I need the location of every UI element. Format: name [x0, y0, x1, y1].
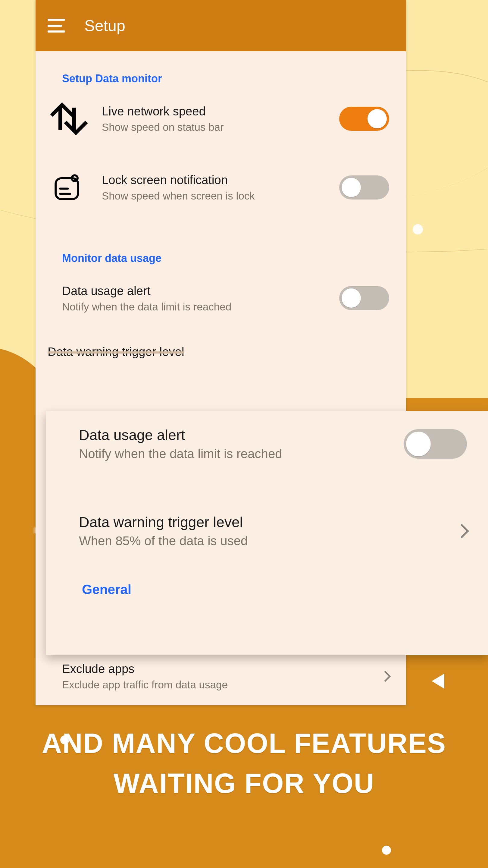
dot-decor: [382, 846, 391, 855]
row-subtitle: Show speed on status bar: [102, 121, 324, 134]
promo-headline: And many cool features waiting for you: [0, 723, 488, 804]
row-subtitle: Exclude app traffic from data usage: [62, 678, 366, 691]
updown-arrows-icon: [54, 107, 80, 130]
row-lock-screen-notification[interactable]: Lock screen notification Show speed when…: [36, 162, 406, 213]
lock-screen-card-icon: [53, 173, 82, 202]
row-live-network-speed[interactable]: Live network speed Show speed on status …: [36, 93, 406, 144]
row-exclude-apps[interactable]: Exclude apps Exclude app traffic from da…: [36, 651, 406, 702]
toggle-data-usage-alert-front[interactable]: [404, 429, 467, 459]
toggle-lock-screen-notification[interactable]: [339, 176, 389, 199]
row-title: Data warning trigger level: [79, 513, 442, 531]
chevron-right-icon: [380, 671, 391, 682]
row-subtitle: Show speed when screen is lock: [102, 189, 324, 203]
row-title: Data usage alert: [79, 426, 389, 444]
row-title: Exclude apps: [62, 661, 366, 676]
row-subtitle: Notify when the data limit is reached: [62, 300, 324, 313]
menu-icon[interactable]: [47, 19, 65, 33]
row-data-usage-alert-front[interactable]: Data usage alert Notify when the data li…: [46, 411, 488, 477]
row-data-usage-alert[interactable]: Data usage alert Notify when the data li…: [36, 273, 406, 324]
row-subtitle: When 85% of the data is used: [79, 533, 442, 549]
settings-screen-front: Data usage alert Notify when the data li…: [46, 411, 488, 655]
row-data-warning-trigger-level[interactable]: Data warning trigger level When 85% of t…: [46, 498, 488, 564]
toggle-live-network-speed[interactable]: [339, 107, 389, 131]
chevron-right-icon: [455, 524, 469, 538]
section-general: General: [46, 564, 488, 597]
row-title: Live network speed: [102, 104, 324, 119]
row-title: Data usage alert: [62, 283, 324, 299]
row-title: Lock screen notification: [102, 173, 324, 187]
section-monitor-data-usage: Monitor data usage: [36, 213, 406, 273]
app-bar: Setup: [36, 0, 406, 51]
page-title: Setup: [84, 17, 125, 35]
row-subtitle: Notify when the data limit is reached: [79, 446, 389, 462]
row-title-obscured: Data warning trigger level: [47, 345, 389, 359]
row-data-warning-trigger-obscured: Data warning trigger level: [36, 323, 406, 359]
dot-decor: [413, 224, 423, 235]
toggle-data-usage-alert[interactable]: [339, 286, 389, 310]
section-setup-data-monitor: Setup Data monitor: [36, 51, 406, 93]
play-decor-icon: [432, 674, 444, 689]
